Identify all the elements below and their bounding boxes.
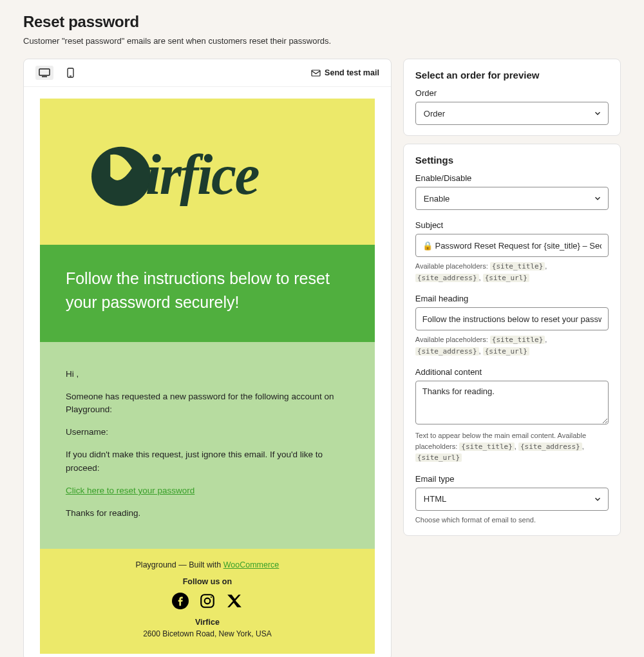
email-heading-input[interactable]	[415, 307, 609, 330]
email-type-label: Email type	[415, 474, 609, 484]
virfice-logo: irfice	[91, 136, 323, 217]
email-requested-text: Someone has requested a new password for…	[66, 390, 349, 417]
order-label: Order	[415, 88, 609, 98]
facebook-icon[interactable]	[172, 593, 189, 611]
enable-disable-select[interactable]: Enable	[415, 187, 609, 210]
email-username-label: Username:	[66, 426, 349, 439]
x-twitter-icon[interactable]	[226, 593, 243, 611]
email-ignore-text: If you didn't make this request, just ig…	[66, 448, 349, 475]
email-type-select[interactable]: HTML	[415, 488, 609, 511]
mobile-preview-button[interactable]	[61, 66, 79, 80]
preview-toolbar: Send test mail	[24, 59, 391, 87]
follow-us-label: Follow us on	[66, 577, 349, 586]
email-preview-panel: Send test mail irfice Follow the instruc…	[23, 59, 392, 657]
svg-text:irfice: irfice	[146, 144, 260, 206]
woocommerce-link[interactable]: WooCommerce	[223, 560, 279, 569]
subject-label: Subject	[415, 220, 609, 230]
additional-help: Text to appear below the main email cont…	[415, 430, 609, 464]
desktop-icon	[39, 68, 50, 77]
svg-point-9	[205, 598, 211, 604]
page-subtitle: Customer "reset password" emails are sen…	[23, 36, 621, 46]
additional-content-textarea[interactable]	[415, 381, 609, 424]
footer-built-prefix: Playground — Built with	[136, 560, 223, 569]
settings-panel: Settings Enable/Disable Enable Subject A…	[403, 144, 621, 536]
email-type-help: Choose which format of email to send.	[415, 515, 609, 526]
svg-rect-4	[312, 70, 320, 76]
subject-input[interactable]	[415, 234, 609, 257]
instagram-icon[interactable]	[199, 593, 216, 611]
enable-disable-label: Enable/Disable	[415, 173, 609, 183]
mobile-icon	[67, 68, 74, 78]
order-preview-title: Select an order for preview	[415, 70, 609, 81]
reset-password-link[interactable]: Click here to reset your password	[66, 486, 194, 495]
email-greeting: Hi ,	[66, 368, 349, 381]
heading-help: Available placeholders: {site_title}, {s…	[415, 334, 609, 357]
page-title: Reset password	[23, 13, 621, 31]
subject-help: Available placeholders: {site_title}, {s…	[415, 261, 609, 283]
order-select[interactable]: Order	[415, 102, 609, 125]
email-heading-label: Email heading	[415, 294, 609, 303]
footer-store-name: Virfice	[66, 618, 349, 627]
email-template: irfice Follow the instructions below to …	[40, 99, 375, 654]
email-thanks: Thanks for reading.	[66, 507, 349, 520]
desktop-preview-button[interactable]	[35, 66, 53, 80]
send-test-mail-button[interactable]: Send test mail	[311, 68, 379, 77]
order-preview-panel: Select an order for preview Order Order	[403, 59, 621, 136]
send-test-label: Send test mail	[325, 68, 379, 77]
svg-rect-0	[39, 69, 50, 75]
additional-content-label: Additional content	[415, 367, 609, 377]
svg-rect-8	[201, 595, 214, 607]
svg-point-10	[211, 596, 212, 598]
email-footer: Playground — Built with WooCommerce Foll…	[40, 549, 375, 638]
mail-icon	[311, 70, 321, 77]
footer-address: 2600 Bicetown Road, New York, USA	[66, 629, 349, 638]
settings-title: Settings	[415, 155, 609, 166]
email-heading: Follow the instructions below to reset y…	[40, 245, 375, 342]
email-body: Hi , Someone has requested a new passwor…	[40, 342, 375, 549]
